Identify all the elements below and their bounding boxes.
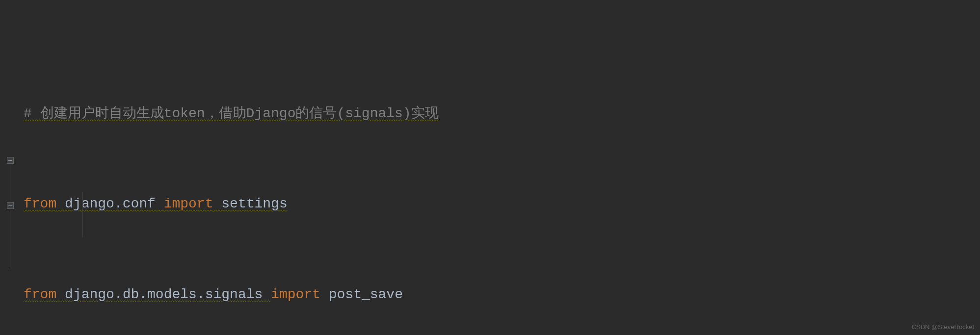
import-name: post_save [320, 287, 403, 302]
keyword-from: from [24, 287, 56, 302]
module-name: django.conf [56, 196, 163, 211]
code-editor[interactable]: # 创建用户时自动生成token，借助Django的信号(signals)实现 … [0, 0, 980, 335]
fold-marker-def[interactable] [7, 157, 14, 164]
keyword-import: import [271, 287, 320, 302]
gutter [0, 0, 20, 335]
watermark: CSDN @SteveRocket [912, 322, 974, 332]
fold-marker-if[interactable] [7, 202, 14, 209]
code-line-2: from django.conf import settings [24, 193, 634, 215]
code-line-1: # 创建用户时自动生成token，借助Django的信号(signals)实现 [24, 103, 634, 125]
comment-text: # 创建用户时自动生成token，借助Django的信号(signals)实现 [24, 106, 439, 121]
code-line-3: from django.db.models.signals import pos… [24, 283, 634, 306]
fold-line [10, 165, 10, 268]
keyword-from: from [24, 196, 56, 211]
indent-guide [82, 192, 83, 237]
import-name: settings [213, 196, 287, 211]
keyword-import: import [164, 196, 213, 211]
module-name: django.db.models.signals [56, 287, 271, 302]
code-area[interactable]: # 创建用户时自动生成token，借助Django的信号(signals)实现 … [20, 0, 634, 335]
